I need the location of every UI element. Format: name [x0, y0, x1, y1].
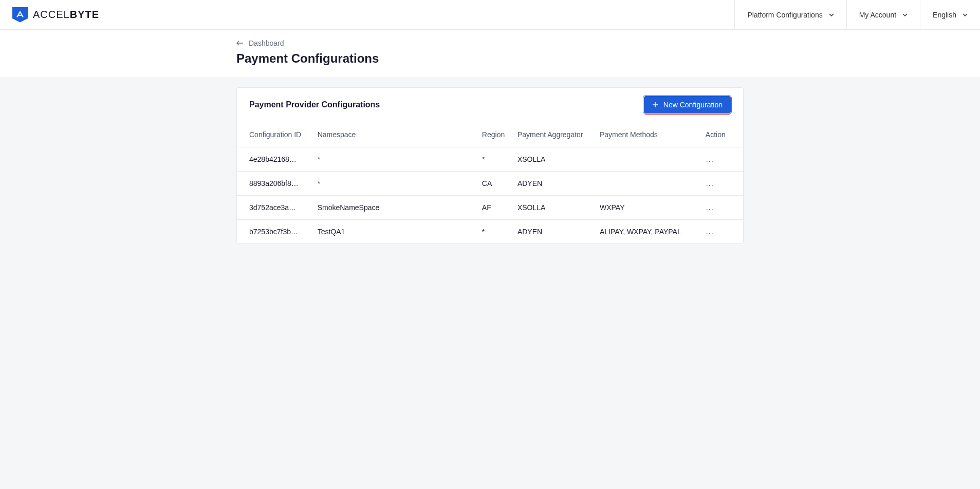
- nav-platform-configurations[interactable]: Platform Configurations: [734, 0, 846, 29]
- plus-icon: [652, 102, 658, 108]
- col-header-region: Region: [478, 122, 513, 147]
- cell-namespace: *: [313, 172, 478, 196]
- cell-namespace: *: [313, 147, 478, 172]
- nav-language[interactable]: English: [920, 0, 980, 29]
- cell-methods: WXPAY: [596, 196, 701, 220]
- cell-region: *: [478, 147, 513, 172]
- row-action-menu[interactable]: …: [706, 203, 713, 212]
- card-title: Payment Provider Configurations: [249, 100, 380, 109]
- table-row: b7253bc7f3b… TestQA1 * ADYEN ALIPAY, WXP…: [237, 220, 743, 244]
- page-subheader: Dashboard Payment Configurations: [0, 30, 980, 77]
- cell-aggregator: XSOLLA: [513, 147, 596, 172]
- row-action-menu[interactable]: …: [706, 179, 713, 187]
- table-row: 8893a206bf8… * CA ADYEN …: [237, 172, 743, 196]
- cell-id: 8893a206bf8…: [237, 172, 313, 196]
- brand-name-part1: ACCEL: [33, 9, 70, 20]
- col-header-methods: Payment Methods: [596, 122, 701, 147]
- col-header-id: Configuration ID: [237, 122, 313, 147]
- brand-name-part2: BYTE: [70, 9, 99, 20]
- brand-logo-mark: [12, 7, 28, 23]
- chevron-down-icon: [963, 12, 968, 17]
- page-title: Payment Configurations: [236, 51, 744, 66]
- table-row: 4e28b42168… * * XSOLLA …: [237, 147, 743, 172]
- nav-account-label: My Account: [859, 11, 896, 19]
- chevron-down-icon: [902, 12, 908, 17]
- cell-aggregator: XSOLLA: [513, 196, 596, 220]
- cell-methods: [596, 147, 701, 172]
- brand-logo[interactable]: ACCELBYTE: [12, 7, 99, 23]
- header-nav: Platform Configurations My Account Engli…: [734, 0, 980, 29]
- cell-namespace: TestQA1: [313, 220, 478, 244]
- app-header: ACCELBYTE Platform Configurations My Acc…: [0, 0, 980, 30]
- breadcrumb-dashboard-link[interactable]: Dashboard: [249, 39, 284, 47]
- breadcrumb: Dashboard: [236, 39, 744, 47]
- cell-methods: ALIPAY, WXPAY, PAYPAL: [596, 220, 701, 244]
- row-action-menu[interactable]: …: [706, 155, 713, 163]
- cell-id: b7253bc7f3b…: [237, 220, 313, 244]
- cell-region: AF: [478, 196, 513, 220]
- col-header-namespace: Namespace: [313, 122, 478, 147]
- cell-region: CA: [478, 172, 513, 196]
- cell-region: *: [478, 220, 513, 244]
- cell-aggregator: ADYEN: [513, 220, 596, 244]
- row-action-menu[interactable]: …: [706, 227, 713, 236]
- brand-logo-text: ACCELBYTE: [33, 9, 99, 21]
- configurations-table: Configuration ID Namespace Region Paymen…: [237, 122, 743, 243]
- nav-my-account[interactable]: My Account: [846, 0, 920, 29]
- back-arrow-icon[interactable]: [236, 40, 244, 47]
- new-configuration-button[interactable]: New Configuration: [644, 96, 731, 114]
- cell-id: 4e28b42168…: [237, 147, 313, 172]
- col-header-aggregator: Payment Aggregator: [513, 122, 596, 147]
- cell-methods: [596, 172, 701, 196]
- nav-language-label: English: [933, 11, 956, 19]
- card-header: Payment Provider Configurations New Conf…: [237, 88, 743, 122]
- table-row: 3d752ace3a… SmokeNameSpace AF XSOLLA WXP…: [237, 196, 743, 220]
- col-header-action: Action: [701, 122, 743, 147]
- payment-provider-card: Payment Provider Configurations New Conf…: [236, 87, 744, 244]
- new-configuration-label: New Configuration: [663, 101, 723, 109]
- cell-namespace: SmokeNameSpace: [313, 196, 478, 220]
- nav-platform-label: Platform Configurations: [747, 11, 822, 19]
- chevron-down-icon: [829, 12, 834, 17]
- cell-id: 3d752ace3a…: [237, 196, 313, 220]
- cell-aggregator: ADYEN: [513, 172, 596, 196]
